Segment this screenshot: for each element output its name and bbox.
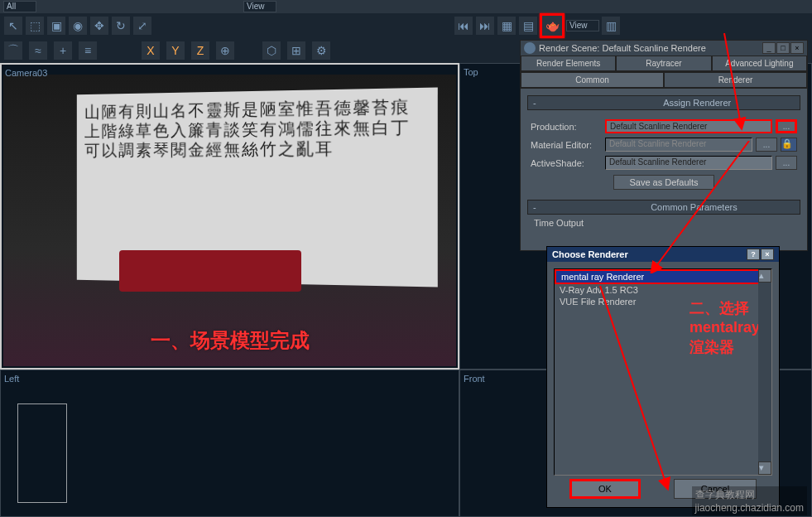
main-toolbar: ↖ ⬚ ▣ ◉ ✥ ↻ ⤢ ⏮ ⏭ ▦ ▤ 🫖 View ▥	[0, 13, 812, 38]
circle-select-icon[interactable]: ◉	[68, 16, 88, 36]
assign-renderer-header[interactable]: - Assign Renderer	[527, 95, 800, 110]
render-button[interactable]: 🫖	[540, 13, 565, 38]
sofa-model	[119, 250, 301, 292]
list-scrollbar[interactable]: ▴ ▾	[758, 269, 771, 475]
toolbar-row-1: All View	[0, 0, 812, 13]
minimize-button[interactable]: _	[762, 42, 776, 54]
choose-titlebar[interactable]: Choose Renderer ? ×	[547, 247, 779, 262]
ok-button[interactable]: OK	[569, 479, 641, 499]
dialog-body: - Assign Renderer Production: Default Sc…	[521, 89, 807, 238]
x-axis-icon[interactable]: X	[141, 41, 161, 60]
material-editor-browse-button[interactable]: ...	[756, 138, 777, 152]
choose-title-text: Choose Renderer	[552, 249, 628, 259]
annotation-step-2: 二、选择 mentalray 渲染器	[689, 299, 760, 357]
viewport-label-front: Front	[464, 374, 485, 384]
dialog-title-text: Render Scene: Default Scanline Rendere	[539, 43, 706, 53]
tab-advanced-lighting[interactable]: Advanced Lighting	[712, 56, 807, 71]
activeshade-browse-button[interactable]: ...	[776, 156, 797, 170]
scroll-down-button[interactable]: ▾	[758, 461, 771, 475]
lock-button[interactable]: 🔒	[781, 138, 797, 152]
annotation-step-1: 一、场景模型完成	[151, 327, 310, 354]
y-axis-icon[interactable]: Y	[166, 41, 185, 60]
dialog-icon	[524, 42, 536, 54]
close-button[interactable]: ×	[790, 42, 804, 54]
view-dropdown[interactable]: View	[243, 1, 276, 12]
tool-c-icon[interactable]: ▥	[601, 16, 621, 36]
render-preview: 山陋有則山名不靈斯是陋室惟吾德馨苔痕上階綠草色入簾青談笑有鴻儒往來無白丁可以調素…	[3, 75, 456, 366]
grid-icon[interactable]: ⊞	[286, 41, 306, 60]
time-output-label: Time Output	[527, 215, 800, 231]
production-browse-button[interactable]: ...	[776, 119, 797, 133]
maximize-button[interactable]: □	[776, 42, 790, 54]
material-editor-label: Material Editor:	[531, 140, 605, 150]
tab-render-elements[interactable]: Render Elements	[521, 56, 616, 71]
render-scene-dialog: Render Scene: Default Scanline Rendere _…	[520, 40, 808, 251]
left-viewport[interactable]: Left	[0, 370, 459, 517]
config-icon[interactable]: ⚙	[311, 41, 331, 60]
z-axis-icon[interactable]: Z	[190, 41, 210, 60]
filter-dropdown[interactable]: All	[3, 1, 36, 12]
next-icon[interactable]: ⏭	[475, 16, 495, 36]
choose-close-button[interactable]: ×	[761, 249, 774, 260]
renderer-item-mentalray[interactable]: mental ray Renderer	[555, 269, 771, 284]
help-button[interactable]: ?	[747, 249, 760, 260]
common-params-header[interactable]: - Common Parameters	[527, 200, 800, 215]
save-defaults-button[interactable]: Save as Defaults	[613, 175, 714, 190]
select-icon[interactable]: ⬚	[25, 16, 45, 36]
tab-renderer[interactable]: Renderer	[664, 72, 807, 88]
prev-icon[interactable]: ⏮	[454, 16, 473, 36]
viewport-label-camera: Camera03	[5, 68, 47, 78]
rotate-icon[interactable]: ↻	[111, 16, 131, 36]
material-editor-input: Default Scanline Renderer	[605, 138, 752, 152]
snap-icon[interactable]: ⬡	[262, 41, 281, 60]
tool-b-icon[interactable]: ▤	[518, 16, 538, 36]
renderer-list[interactable]: mental ray Renderer V-Ray Adv 1.5 RC3 VU…	[554, 268, 772, 476]
activeshade-input[interactable]: Default Scanline Renderer	[605, 156, 772, 170]
marquee-icon[interactable]: ▣	[46, 16, 66, 36]
wireframe-object	[17, 403, 67, 503]
viewport-label-top: Top	[464, 67, 478, 77]
activeshade-label: ActiveShade:	[531, 158, 605, 168]
production-label: Production:	[531, 122, 605, 132]
renderer-item-vray[interactable]: V-Ray Adv 1.5 RC3	[555, 284, 771, 296]
choose-renderer-dialog: Choose Renderer ? × mental ray Renderer …	[546, 246, 780, 508]
production-input[interactable]: Default Scanline Renderer	[605, 119, 772, 133]
xyz-icon[interactable]: ⊕	[215, 41, 235, 60]
tool-a-icon[interactable]: ▦	[497, 16, 517, 36]
tab-common[interactable]: Common	[521, 72, 664, 88]
arc-icon[interactable]: ⌒	[3, 41, 23, 60]
dialog-tabs-row1: Render Elements Raytracer Advanced Light…	[521, 56, 807, 72]
scroll-up-button[interactable]: ▴	[758, 269, 771, 283]
watermark: 查字典教程网 jiaocheng.chazidian.com	[692, 486, 807, 515]
viewport-label-left: Left	[4, 374, 19, 384]
link-icon[interactable]: ≈	[28, 41, 48, 60]
camera-viewport[interactable]: Camera03 山陋有則山名不靈斯是陋室惟吾德馨苔痕上階綠草色入簾青談笑有鴻儒…	[0, 63, 459, 370]
plus-icon[interactable]: +	[53, 41, 73, 60]
dialog-tabs-row2: Common Renderer	[521, 72, 807, 89]
dialog-titlebar[interactable]: Render Scene: Default Scanline Rendere _…	[521, 41, 807, 56]
tab-raytracer[interactable]: Raytracer	[616, 56, 711, 71]
scale-icon[interactable]: ⤢	[132, 16, 152, 36]
arrow-icon[interactable]: ↖	[3, 16, 23, 36]
layer-icon[interactable]: ≡	[78, 41, 98, 60]
move-icon[interactable]: ✥	[89, 16, 109, 36]
view-dropdown-2[interactable]: View	[566, 20, 599, 31]
